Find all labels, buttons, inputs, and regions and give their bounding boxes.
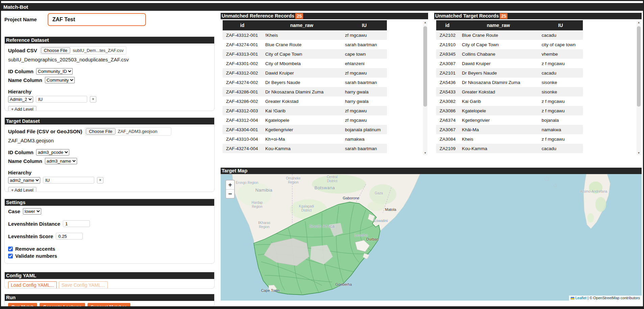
table-cell: ZA2101	[436, 68, 459, 78]
table-cell: ZAF-43274-001	[223, 40, 262, 49]
table-row[interactable]: ZAF-43304-001Kgetlengrivierbojanala plat…	[223, 125, 387, 134]
choose-file-button[interactable]: Choose File	[41, 47, 70, 54]
table-cell: Kgatelopele	[262, 115, 342, 125]
table-row[interactable]: ZA5436Dr Nkosazana Dlamini Zumasisonke	[436, 78, 583, 87]
table-cell: cacadu	[538, 30, 583, 40]
run-match-button[interactable]: Run Match	[8, 303, 37, 307]
table-row[interactable]: ZAF-43274-004Kou-Kammasarah baartman	[223, 144, 387, 153]
column-header-id: id	[223, 20, 262, 30]
table-row[interactable]: ZAF-43312-003Kai !Garibzf mgcawu	[223, 106, 387, 115]
zoom-in-button[interactable]: +	[226, 180, 234, 189]
suggest-matches-button[interactable]: Suggest Matches	[88, 303, 130, 307]
target-hierarchy-iu-input[interactable]	[43, 177, 94, 184]
validate-numbers-checkbox[interactable]	[8, 254, 13, 258]
table-cell: sarah baartman	[342, 78, 387, 87]
target-name-column-label: Name Column	[8, 158, 42, 164]
scroll-down-arrow[interactable]: ▼	[637, 151, 641, 155]
scroll-up-arrow[interactable]: ▲	[423, 20, 427, 25]
table-cell: zf mgcawu	[342, 106, 387, 115]
table-row[interactable]: ZAF-43312-001!Kheiszf mgcawu	[223, 30, 387, 40]
table-row[interactable]: ZA5433Greater Kokstadsisonke	[436, 87, 583, 96]
table-cell: Blue Crane Route	[262, 40, 342, 49]
table-cell: ZA3084	[436, 134, 459, 144]
table-row[interactable]: ZA3067Khâi-Manamakwa	[436, 125, 583, 134]
table-cell: Kh+oi-Ma	[262, 134, 342, 144]
target-add-level-button[interactable]: + Add Level	[8, 187, 36, 192]
table-row[interactable]: ZA3086Kgatelopelez f mgcawu	[436, 106, 583, 115]
table-cell: harry gwala	[342, 87, 387, 96]
scroll-up-arrow[interactable]: ▲	[637, 20, 641, 25]
scrollbar-thumb[interactable]	[423, 26, 427, 107]
remove-accents-checkbox[interactable]	[8, 247, 13, 251]
table-row[interactable]: ZA2101Dr Beyers Naudecacadu	[436, 68, 583, 78]
table-row[interactable]: ZA9345Collins Chabanevhembe	[436, 49, 583, 59]
project-name-input[interactable]	[48, 13, 146, 26]
remove-accents-label: Remove accents	[15, 246, 55, 252]
table-cell: ZA3082	[436, 96, 459, 106]
table-cell: Kai !Garib	[262, 106, 342, 115]
reference-remove-level-button[interactable]: ×	[90, 96, 96, 103]
unmatched-target-header: Unmatched Target Records25	[434, 13, 642, 19]
target-hierarchy-level-select[interactable]: adm2_name	[8, 177, 40, 184]
case-select[interactable]: lower	[23, 208, 41, 215]
save-config-yaml-button[interactable]: Save Config YAML...	[59, 281, 108, 289]
load-config-yaml-button[interactable]: Load Config YAML...	[8, 281, 57, 289]
table-row[interactable]: ZA3082Kai Garibz f mgcawu	[436, 96, 583, 106]
table-row[interactable]: ZAF-43312-004Kgatelopelezf mgcawu	[223, 115, 387, 125]
column-header-name-raw: name_raw	[459, 20, 538, 30]
generate-lookups-button[interactable]: Generate Lookups	[40, 303, 85, 307]
table-cell: ZAF-43301-002	[223, 59, 262, 68]
table-row[interactable]: ZA3087Dawid Kruiperz f mgcawu	[436, 59, 583, 68]
reference-add-level-button[interactable]: + Add Level	[8, 106, 36, 111]
table-cell: ZAF-43286-001	[223, 87, 262, 96]
table-cell: City of Mbombela	[262, 59, 342, 68]
target-table-scrollbar[interactable]: ▲ ▼	[637, 20, 641, 155]
table-row[interactable]: ZAF-43313-001City of Cape Towncape town	[223, 49, 387, 59]
table-row[interactable]: ZAF-43312-002Dawid Kruiperzf mgcawu	[223, 68, 387, 78]
target-name-column-select[interactable]: adm3_name	[45, 158, 77, 164]
levenshtein-score-label: Levenshtein Score	[8, 233, 53, 239]
target-map[interactable]: Erongo RegionOmaheke RegionCentral Distr…	[221, 174, 642, 301]
reference-file-input[interactable]: Choose File subIU_Dem...tes_ZAF.csv	[40, 46, 126, 55]
unmatched-reference-panel: Unmatched Reference Records25 id name_ra…	[221, 13, 428, 154]
reference-table-scrollbar[interactable]: ▲ ▼	[423, 20, 427, 155]
leaflet-link[interactable]: Leaflet	[575, 296, 587, 300]
table-cell: ZAF-43312-003	[223, 106, 262, 115]
table-row[interactable]: ZAF-43310-004Kh+oi-Manamakwa	[223, 134, 387, 144]
reference-hierarchy-iu-input[interactable]	[36, 96, 87, 103]
table-cell: ZAF-43310-004	[223, 134, 262, 144]
zoom-out-button[interactable]: −	[226, 189, 234, 198]
table-row[interactable]: ZAF-43274-001Blue Crane Routesarah baart…	[223, 40, 387, 49]
target-id-column-select[interactable]: adm3_pcode	[36, 149, 69, 156]
levenshtein-score-input[interactable]	[56, 233, 83, 240]
table-cell: !Kheis	[262, 30, 342, 40]
table-cell: Kgetlengrivier	[459, 115, 538, 125]
table-cell: Greater Kokstad	[262, 96, 342, 106]
table-row[interactable]: ZA2102Blue Crane Routecacadu	[436, 30, 583, 40]
table-row[interactable]: ZA6374Kgetlengrivierbojanala	[436, 115, 583, 125]
scrollbar-thumb[interactable]	[637, 26, 641, 107]
scroll-down-arrow[interactable]: ▼	[423, 151, 427, 155]
table-row[interactable]: ZAF-43286-002Greater Kokstadharry gwala	[223, 96, 387, 106]
table-row[interactable]: ZA3084Kheisz f mgcawu	[436, 134, 583, 144]
reference-hierarchy-level-select[interactable]: Admin_2	[8, 96, 33, 103]
target-id-column-label: ID Column	[8, 149, 33, 155]
column-header-iu: IU	[342, 20, 387, 30]
reference-id-column-select[interactable]: Community_ID	[36, 68, 73, 75]
table-row[interactable]: ZAF-43274-002Dr Beyers Naudesarah baartm…	[223, 78, 387, 87]
target-file-input[interactable]: Choose File ZAF_ADM3.geojson	[85, 127, 171, 136]
choose-file-button[interactable]: Choose File	[86, 128, 115, 135]
table-row[interactable]: ZAF-43286-001Dr Nkosazana Dlamini Zumaha…	[223, 87, 387, 96]
table-row[interactable]: ZAF-43301-002City of Mbombelaehlanzeni	[223, 59, 387, 68]
table-row[interactable]: ZA2109Kou-Kammacacadu	[436, 144, 583, 153]
levenshtein-distance-input[interactable]	[63, 220, 90, 227]
reference-file-name: subIU_Demographics_202503_noduplicates_Z…	[8, 57, 211, 62]
table-cell: namakwa	[342, 134, 387, 144]
upload-csv-label: Upload CSV	[8, 48, 37, 53]
table-row[interactable]: ZA1910City of Cape Towncity of cape town	[436, 40, 583, 49]
target-remove-level-button[interactable]: ×	[97, 177, 103, 184]
app-title: Match-Bot	[3, 4, 28, 10]
reference-name-column-select[interactable]: Community	[45, 77, 75, 83]
table-cell: ehlanzeni	[342, 59, 387, 68]
table-cell: zf mgcawu	[342, 30, 387, 40]
